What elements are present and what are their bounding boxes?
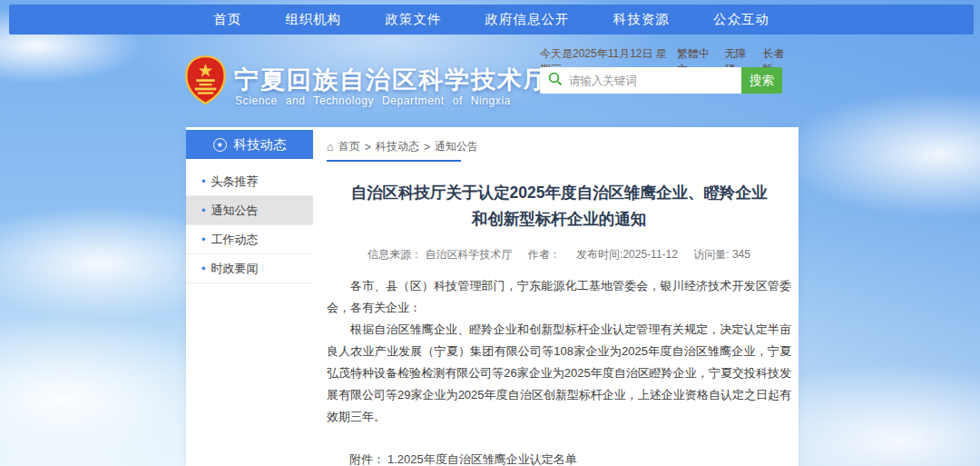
meta-source: 信息来源： 自治区科学技术厅 bbox=[368, 248, 512, 261]
breadcrumb-separator: > bbox=[424, 141, 430, 154]
breadcrumb-accent-line bbox=[327, 160, 461, 162]
attachment-link-eagle-list[interactable]: 1.2025年度自治区雏鹰企业认定名单 bbox=[387, 450, 577, 466]
bullet-icon: • bbox=[201, 203, 206, 217]
article-title-line2: 和创新型标杆企业的通知 bbox=[327, 206, 791, 233]
nav-item-gov-info[interactable]: 政府信息公开 bbox=[485, 11, 570, 28]
meta-publish-time: 发布时间:2025-11-12 bbox=[576, 248, 678, 261]
nav-item-public-interaction[interactable]: 公众互动 bbox=[713, 11, 769, 28]
search-bar: 搜索 bbox=[540, 67, 782, 94]
search-input[interactable] bbox=[569, 74, 741, 87]
main-content: ⌂ 首页 > 科技动态 > 通知公告 自治区科技厅关于认定2025年度自治区雏鹰… bbox=[327, 127, 791, 466]
site-title: 宁夏回族自治区科学技术厅 bbox=[234, 64, 550, 96]
sidebar-item-current-politics[interactable]: • 时政要闻 bbox=[186, 254, 313, 283]
sidebar-header-sci-tech-news[interactable]: ★ 科技动态 bbox=[186, 130, 313, 159]
sidebar-item-notices[interactable]: • 通知公告 bbox=[186, 196, 313, 225]
nav-item-sci-resources[interactable]: 科技资源 bbox=[613, 11, 670, 28]
national-emblem-logo[interactable] bbox=[184, 55, 227, 105]
home-icon: ⌂ bbox=[327, 140, 334, 154]
sidebar-title: 科技动态 bbox=[234, 136, 287, 154]
article-title-line1: 自治区科技厅关于认定2025年度自治区雏鹰企业、瞪羚企业 bbox=[327, 180, 791, 206]
sidebar-item-label: 头条推荐 bbox=[211, 174, 259, 190]
search-icon bbox=[548, 72, 563, 90]
article-body: 各市、县（区）科技管理部门，宁东能源化工基地管委会，银川经济技术开发区管委会，各… bbox=[327, 275, 791, 428]
sidebar-item-label: 通知公告 bbox=[211, 203, 259, 219]
top-nav-bar: 首页 组织机构 政策文件 政府信息公开 科技资源 公众互动 bbox=[9, 5, 974, 35]
sidebar-item-work-trends[interactable]: • 工作动态 bbox=[186, 225, 313, 254]
attachments-label: 附件： bbox=[349, 450, 387, 466]
sidebar-item-label: 工作动态 bbox=[211, 232, 259, 248]
attachment-row: 附件： 1.2025年度自治区雏鹰企业认定名单 bbox=[349, 450, 791, 466]
attachments-block: 附件： 1.2025年度自治区雏鹰企业认定名单 2.2025年度自治区瞪羚企业认… bbox=[349, 450, 791, 466]
content-panel: ★ 科技动态 • 头条推荐 • 通知公告 • 工作动态 • 时政要闻 ⌂ bbox=[186, 127, 799, 466]
site-subtitle: Science and Technology Department of Nin… bbox=[235, 94, 511, 107]
bullet-icon: • bbox=[201, 233, 206, 246]
breadcrumb-home[interactable]: 首页 bbox=[338, 139, 360, 154]
meta-views: 访问量: 345 bbox=[693, 248, 750, 261]
article-paragraph: 根据自治区雏鹰企业、瞪羚企业和创新型标杆企业认定管理有关规定，决定认定半亩良人农… bbox=[327, 319, 791, 428]
nav-item-policy[interactable]: 政策文件 bbox=[385, 11, 441, 28]
sidebar-menu: • 头条推荐 • 通知公告 • 工作动态 • 时政要闻 bbox=[186, 159, 313, 283]
search-box bbox=[540, 67, 741, 94]
sidebar-item-label: 时政要闻 bbox=[211, 261, 259, 277]
bullet-icon: • bbox=[201, 174, 206, 188]
breadcrumb: ⌂ 首页 > 科技动态 > 通知公告 bbox=[327, 139, 791, 154]
breadcrumb-notices[interactable]: 通知公告 bbox=[435, 139, 478, 154]
sidebar: ★ 科技动态 • 头条推荐 • 通知公告 • 工作动态 • 时政要闻 bbox=[186, 130, 313, 283]
bullet-icon: • bbox=[201, 262, 206, 275]
nav-items: 首页 组织机构 政策文件 政府信息公开 科技资源 公众互动 bbox=[213, 5, 769, 35]
article-title: 自治区科技厅关于认定2025年度自治区雏鹰企业、瞪羚企业 和创新型标杆企业的通知 bbox=[327, 180, 791, 233]
nav-item-home[interactable]: 首页 bbox=[213, 11, 241, 28]
meta-author: 作者： bbox=[528, 248, 561, 261]
circled-star-icon: ★ bbox=[213, 138, 227, 152]
breadcrumb-separator: > bbox=[365, 141, 371, 154]
article-meta: 信息来源： 自治区科学技术厅 作者： 发布时间:2025-11-12 访问量: … bbox=[327, 247, 791, 263]
nav-item-organization[interactable]: 组织机构 bbox=[285, 11, 341, 28]
sidebar-item-headlines[interactable]: • 头条推荐 bbox=[186, 167, 313, 196]
breadcrumb-sci-tech-news[interactable]: 科技动态 bbox=[376, 139, 419, 154]
search-button[interactable]: 搜索 bbox=[741, 67, 782, 94]
article-paragraph: 各市、县（区）科技管理部门，宁东能源化工基地管委会，银川经济技术开发区管委会，各… bbox=[327, 275, 791, 319]
